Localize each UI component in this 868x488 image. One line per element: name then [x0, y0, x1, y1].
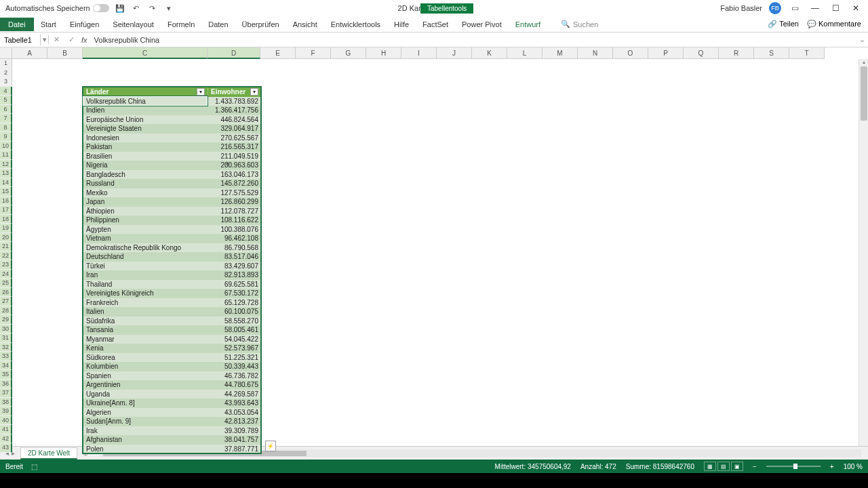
row-header-13[interactable]: 13 — [0, 169, 12, 178]
table-row[interactable]: Uganda44.269.587 — [83, 390, 261, 399]
row-header-11[interactable]: 11 — [0, 150, 12, 160]
table-row[interactable]: Vereinigte Staaten329.064.917 — [83, 124, 261, 134]
row-header-6[interactable]: 6 — [0, 105, 12, 115]
table-row[interactable]: Mexiko127.575.529 — [83, 188, 261, 198]
tab-power pivot[interactable]: Power Pivot — [455, 18, 509, 31]
row-header-38[interactable]: 38 — [0, 398, 12, 407]
name-box-dropdown-icon[interactable]: ▾ — [41, 35, 49, 44]
row-header-8[interactable]: 8 — [0, 123, 12, 133]
table-row[interactable]: Russland145.872.260 — [83, 179, 261, 188]
tab-entwurf[interactable]: Entwurf — [509, 18, 547, 31]
row-header-40[interactable]: 40 — [0, 416, 12, 426]
cell-country[interactable]: Brasilien — [83, 152, 208, 161]
cell-population[interactable]: 60.100.075 — [208, 307, 261, 317]
cell-population[interactable]: 67.530.172 — [208, 289, 261, 298]
table-row[interactable]: Japan126.860.299 — [83, 197, 261, 207]
view-normal-icon[interactable]: ▦ — [704, 462, 716, 471]
col-header-R[interactable]: R — [719, 47, 754, 59]
col-header-E[interactable]: E — [260, 47, 296, 59]
cell-country[interactable]: Iran — [83, 270, 208, 280]
col-header-I[interactable]: I — [401, 47, 437, 59]
ribbon-options-icon[interactable]: ▭ — [788, 1, 802, 15]
cell-country[interactable]: Russland — [83, 179, 208, 188]
cell-population[interactable]: 43.993.643 — [208, 399, 261, 408]
row-header-1[interactable]: 1 — [0, 59, 12, 68]
tab-hilfe[interactable]: Hilfe — [387, 18, 416, 31]
cell-population[interactable]: 211.049.519 — [208, 152, 261, 161]
cell-country[interactable]: Nigeria — [83, 161, 208, 170]
table-row[interactable]: Myanmar54.045.422 — [83, 335, 261, 344]
cell-population[interactable]: 44.269.587 — [208, 390, 261, 399]
table-row[interactable]: Türkei83.429.607 — [83, 262, 261, 271]
table-row[interactable]: Ukraine[Anm. 8]43.993.643 — [83, 399, 261, 408]
table-row[interactable]: Kenia52.573.967 — [83, 344, 261, 353]
sheet-tab-active[interactable]: 2D Karte Welt — [20, 447, 77, 460]
table-row[interactable]: Frankreich65.129.728 — [83, 298, 261, 308]
filter-dropdown-icon[interactable]: ▼ — [197, 88, 205, 96]
cell-population[interactable]: 37.887.771 — [208, 445, 261, 454]
table-row[interactable]: Demokratische Republik Kongo86.790.568 — [83, 243, 261, 253]
cell-population[interactable]: 96.462.108 — [208, 234, 261, 243]
cell-country[interactable]: Myanmar — [83, 335, 208, 344]
cell-country[interactable]: Algerien — [83, 408, 208, 418]
row-header-21[interactable]: 21 — [0, 242, 12, 251]
filter-dropdown-icon[interactable]: ▼ — [250, 88, 258, 96]
row-header-30[interactable]: 30 — [0, 325, 12, 334]
row-header-26[interactable]: 26 — [0, 288, 12, 298]
cell-country[interactable]: Uganda — [83, 390, 208, 399]
cell-population[interactable]: 39.309.789 — [208, 426, 261, 436]
row-header-31[interactable]: 31 — [0, 333, 12, 343]
row-header-22[interactable]: 22 — [0, 251, 12, 261]
macro-record-icon[interactable]: ⬚ — [31, 463, 37, 470]
row-header-42[interactable]: 42 — [0, 434, 12, 444]
col-header-T[interactable]: T — [789, 47, 825, 59]
row-header-39[interactable]: 39 — [0, 407, 12, 416]
table-row[interactable]: Thailand69.625.581 — [83, 280, 261, 289]
cell-country[interactable]: Südkorea — [83, 353, 208, 363]
tab-entwicklertools[interactable]: Entwicklertools — [324, 18, 387, 31]
cell-country[interactable]: Ägypten — [83, 225, 208, 235]
tab-datei[interactable]: Datei — [0, 18, 34, 31]
cell-population[interactable]: 112.078.727 — [208, 207, 261, 216]
cell-country[interactable]: Thailand — [83, 280, 208, 289]
cancel-formula-icon[interactable]: ✕ — [49, 35, 64, 44]
cell-population[interactable]: 1.433.783.692 — [208, 97, 261, 106]
row-header-9[interactable]: 9 — [0, 132, 12, 142]
col-header-P[interactable]: P — [648, 47, 684, 59]
cell-country[interactable]: Kenia — [83, 344, 208, 353]
zoom-slider[interactable] — [766, 466, 821, 467]
row-header-43[interactable]: 43 — [0, 443, 12, 453]
cell-population[interactable]: 46.736.782 — [208, 371, 261, 381]
cell-population[interactable]: 200.963.603 — [208, 161, 261, 170]
quick-analysis-icon[interactable]: ⚡ — [265, 441, 276, 451]
cell-country[interactable]: Argentinien — [83, 380, 208, 390]
row-header-12[interactable]: 12 — [0, 160, 12, 169]
save-icon[interactable]: 💾 — [115, 3, 125, 14]
cell-country[interactable]: Vietnam — [83, 234, 208, 243]
row-header-3[interactable]: 3 — [0, 77, 12, 87]
cell-country[interactable]: Afghanistan — [83, 435, 208, 445]
cell-country[interactable]: Vereinigte Staaten — [83, 124, 208, 134]
cell-country[interactable]: Südafrika — [83, 317, 208, 326]
formula-input[interactable]: Volksrepublik China — [90, 35, 856, 45]
table-row[interactable]: Nigeria200.963.603 — [83, 161, 261, 170]
col-header-A[interactable]: A — [12, 47, 47, 59]
cell-country[interactable]: Volksrepublik China — [83, 97, 208, 106]
row-header-15[interactable]: 15 — [0, 187, 12, 197]
expand-formula-bar-icon[interactable]: ⌄ — [856, 35, 868, 44]
cell-population[interactable]: 58.005.461 — [208, 325, 261, 335]
col-header-M[interactable]: M — [542, 47, 578, 59]
fx-icon[interactable]: fx — [79, 36, 90, 44]
cell-population[interactable]: 43.053.054 — [208, 408, 261, 418]
comments-button[interactable]: 💬 Kommentare — [807, 20, 861, 28]
row-header-20[interactable]: 20 — [0, 233, 12, 243]
col-header-C[interactable]: C — [83, 47, 208, 59]
cell-country[interactable]: Äthiopien — [83, 207, 208, 216]
tab-start[interactable]: Start — [34, 18, 63, 31]
table-row[interactable]: Kolumbien50.339.443 — [83, 362, 261, 371]
row-header-18[interactable]: 18 — [0, 215, 12, 224]
col-header-J[interactable]: J — [437, 47, 472, 59]
col-header-N[interactable]: N — [578, 47, 613, 59]
row-header-33[interactable]: 33 — [0, 352, 12, 361]
table-header-einwohner[interactable]: Einwohner ▼ — [208, 87, 261, 97]
